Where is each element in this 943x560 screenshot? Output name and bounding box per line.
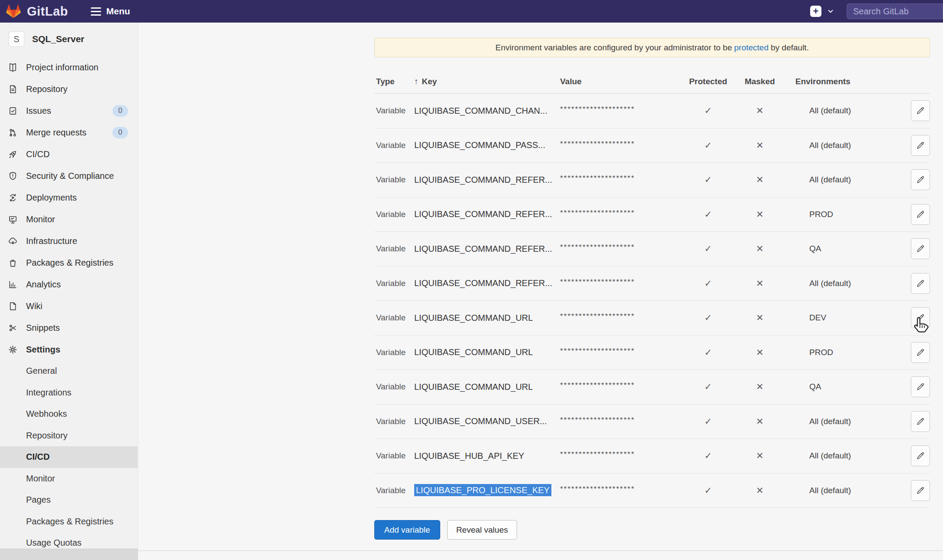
sidebar-item-security-compliance[interactable]: Security & Compliance (0, 165, 138, 187)
masked-cross-icon: ✕ (735, 209, 785, 220)
subitem-label: Packages & Registries (26, 517, 113, 527)
variable-key: LIQUIBASE_COMMAND_REFER... (414, 175, 560, 185)
table-row: VariableLIQUIBASE_COMMAND_REFER...******… (374, 163, 930, 198)
variable-key: LIQUIBASE_COMMAND_REFER... (414, 209, 560, 219)
search-input[interactable] (847, 3, 943, 19)
edit-variable-button[interactable] (911, 376, 930, 397)
edit-variable-button[interactable] (911, 169, 930, 190)
variable-environments: All (default) (785, 486, 907, 495)
edit-variable-button[interactable] (911, 342, 930, 363)
masked-cross-icon: ✕ (735, 347, 785, 358)
subitem-label: Monitor (26, 474, 55, 484)
sidebar-item-analytics[interactable]: Analytics (0, 273, 138, 295)
sidebar-item-snippets[interactable]: Snippets (0, 317, 138, 339)
variable-value-masked: ******************** (560, 209, 682, 217)
variable-environments: All (default) (785, 279, 907, 288)
sidebar-item-project-information[interactable]: Project information (0, 56, 138, 78)
edit-variable-button[interactable] (911, 480, 930, 501)
settings-subitem-general[interactable]: General (0, 360, 138, 382)
subitem-label: General (26, 366, 57, 376)
sidebar-item-label: Merge requests (26, 128, 86, 138)
sidebar-item-wiki[interactable]: Wiki (0, 295, 138, 317)
pencil-icon (916, 106, 925, 115)
add-variable-button[interactable]: Add variable (374, 520, 440, 540)
header-key-sortable[interactable]: ↑Key (414, 77, 560, 86)
project-sidebar: S SQL_Server Project information Reposit… (0, 23, 138, 560)
shield-icon (7, 170, 18, 181)
protected-check-icon: ✓ (682, 347, 735, 358)
sidebar-item-label: Settings (26, 345, 60, 355)
edit-variable-button[interactable] (911, 100, 930, 121)
deployments-icon (7, 192, 18, 203)
variable-type: Variable (374, 141, 414, 150)
edit-variable-button[interactable] (911, 238, 930, 259)
edit-variable-button[interactable] (911, 135, 930, 156)
sidebar-item-label: Packages & Registries (26, 258, 113, 268)
edit-variable-button[interactable] (911, 411, 930, 432)
protected-check-icon: ✓ (682, 313, 735, 323)
variable-key: LIQUIBASE_PRO_LICENSE_KEY (414, 485, 560, 495)
edit-variable-button[interactable] (911, 307, 930, 328)
variable-value-masked: ******************** (560, 174, 682, 183)
pencil-icon (916, 348, 925, 357)
top-navbar: GitLab Menu + (0, 0, 943, 23)
menu-button[interactable]: Menu (91, 6, 130, 16)
variable-key: LIQUIBASE_HUB_API_KEY (414, 451, 560, 461)
sidebar-collapse-area[interactable] (0, 549, 138, 560)
variable-key: LIQUIBASE_COMMAND_REFER... (414, 278, 560, 288)
new-item-plus-button[interactable]: + (810, 6, 821, 17)
table-row: VariableLIQUIBASE_HUB_API_KEY***********… (374, 439, 930, 474)
table-actions: Add variable Reveal values (374, 520, 517, 540)
gitlab-app: GitLab Menu + S SQL_Server Project infor… (0, 0, 943, 560)
masked-cross-icon: ✕ (735, 451, 785, 461)
protected-link[interactable]: protected (734, 43, 768, 53)
admin-protected-banner: Environment variables are configured by … (374, 38, 930, 57)
sidebar-nav: Project information Repository Issues 0 (0, 56, 138, 554)
masked-cross-icon: ✕ (735, 140, 785, 151)
variable-type: Variable (374, 382, 414, 392)
variable-type: Variable (374, 348, 414, 357)
settings-subitem-monitor[interactable]: Monitor (0, 468, 138, 490)
variable-environments: All (default) (785, 175, 907, 184)
reveal-values-button[interactable]: Reveal values (447, 520, 517, 540)
edit-variable-button[interactable] (911, 445, 930, 466)
variable-value-masked: ******************** (560, 243, 682, 252)
chevron-down-icon[interactable] (827, 7, 834, 15)
sidebar-item-deployments[interactable]: Deployments (0, 187, 138, 208)
cloud-gear-icon (7, 235, 18, 247)
gitlab-logo[interactable]: GitLab (6, 4, 68, 19)
variable-type: Variable (374, 244, 414, 254)
issues-icon (7, 105, 18, 116)
table-row: VariableLIQUIBASE_COMMAND_REFER...******… (374, 267, 930, 301)
project-scope-header[interactable]: S SQL_Server (0, 23, 138, 54)
subitem-label: Usage Quotas (26, 538, 82, 548)
sidebar-item-monitor[interactable]: Monitor (0, 208, 138, 230)
table-row: VariableLIQUIBASE_COMMAND_USER...*******… (374, 405, 930, 439)
settings-subitem-integrations[interactable]: Integrations (0, 382, 138, 404)
settings-subitem-packages-registries[interactable]: Packages & Registries (0, 511, 138, 533)
subitem-label: Webhooks (26, 409, 67, 419)
subitem-label: Integrations (26, 388, 72, 398)
settings-subitem-pages[interactable]: Pages (0, 489, 138, 511)
settings-subitem-webhooks[interactable]: Webhooks (0, 403, 138, 425)
sidebar-item-packages-registries[interactable]: Packages & Registries (0, 252, 138, 273)
edit-variable-button[interactable] (911, 273, 930, 294)
sidebar-item-label: Snippets (26, 323, 60, 333)
sidebar-item-cicd[interactable]: CI/CD (0, 143, 138, 165)
settings-subitem-repository[interactable]: Repository (0, 425, 138, 447)
sidebar-item-label: Analytics (26, 280, 61, 290)
sidebar-item-issues[interactable]: Issues 0 (0, 100, 138, 122)
subitem-label: CI/CD (26, 452, 49, 462)
variable-type: Variable (374, 451, 414, 461)
edit-variable-button[interactable] (911, 204, 930, 225)
masked-cross-icon: ✕ (735, 244, 785, 254)
protected-check-icon: ✓ (682, 382, 735, 392)
sidebar-item-infrastructure[interactable]: Infrastructure (0, 230, 138, 252)
sidebar-item-settings[interactable]: Settings (0, 339, 138, 360)
package-bag-icon (7, 257, 18, 268)
sidebar-item-merge-requests[interactable]: Merge requests 0 (0, 122, 138, 143)
variable-environments: All (default) (785, 451, 907, 461)
settings-subitem-cicd[interactable]: CI/CD (0, 446, 138, 468)
sidebar-item-repository[interactable]: Repository (0, 78, 138, 100)
variable-type: Variable (374, 279, 414, 288)
